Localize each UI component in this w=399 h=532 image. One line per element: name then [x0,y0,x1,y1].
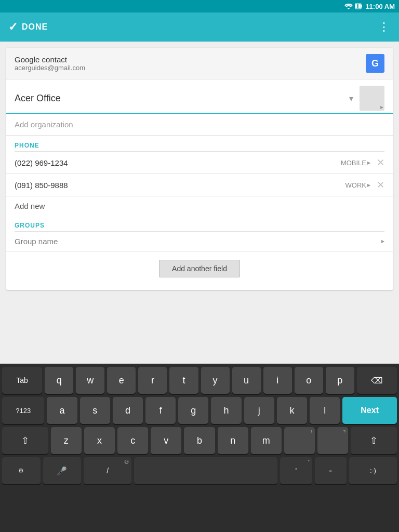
key-z[interactable]: z [51,427,82,454]
phone-section-label: PHONE [6,136,393,151]
numbers-key[interactable]: ?123 [2,397,44,424]
slash-key[interactable]: @ / [84,457,131,484]
account-name: Google contact [15,55,85,64]
key-n[interactable]: n [218,427,248,454]
add-org-label: Add organization [15,120,73,129]
done-button[interactable]: ✓ DONE [8,20,48,34]
quote-secondary: " [308,459,309,464]
group-dropdown-arrow[interactable]: ▶ [381,239,384,244]
phone-row-2: WORK ▶ ✕ [6,174,393,196]
phone-type-arrow-1: ▶ [367,161,370,165]
key-f[interactable]: f [145,397,176,424]
key-p[interactable]: p [326,367,354,394]
org-name-input[interactable] [15,93,343,104]
remove-phone-1-button[interactable]: ✕ [377,157,384,168]
keyboard-row-3: ⇧ z x c v b n m ! ? ⇧ [2,427,397,454]
phone-type-label-1: MOBILE [341,159,366,167]
wifi-icon [344,3,353,9]
keyboard-row-2: ?123 a s d f g h j k l Next [2,397,397,424]
key-o[interactable]: o [295,367,323,394]
next-key[interactable]: Next [342,397,397,424]
key-l[interactable]: l [310,397,340,424]
backspace-key[interactable]: ⌫ [357,367,397,394]
google-account-row: Google contact acerguides@gmail.com G [6,48,393,79]
checkmark-icon: ✓ [8,20,18,34]
keyboard: Tab q w e r t y u i o p ⌫ ?123 a s d f g… [0,364,399,532]
shift-right-key[interactable]: ⇧ [351,427,397,454]
shift-left-icon: ⇧ [21,435,29,446]
phone-type-1[interactable]: MOBILE ▶ [341,159,370,167]
org-name-row: ▾ [6,79,393,114]
dropdown-arrow-icon[interactable]: ▾ [349,94,353,103]
key-k[interactable]: k [277,397,307,424]
at-symbol: @ [124,459,129,464]
key-comma-period[interactable]: ? [317,427,348,454]
shift-left-key[interactable]: ⇧ [2,427,48,454]
battery-icon [355,3,362,9]
time-display: 11:00 AM [365,3,395,10]
remove-phone-2-button[interactable]: ✕ [377,179,384,191]
phone-type-2[interactable]: WORK ▶ [345,181,370,189]
key-i[interactable]: i [263,367,292,394]
key-y[interactable]: y [201,367,230,394]
add-new-label: Add new [15,202,45,210]
add-new-phone-button[interactable]: Add new [6,196,393,216]
mic-key[interactable]: 🎤 [43,457,82,484]
key-e[interactable]: e [107,367,136,394]
contact-form-card: Google contact acerguides@gmail.com G ▾ … [6,48,393,290]
avatar-placeholder[interactable] [360,86,384,111]
phone-number-2[interactable] [15,181,341,190]
key-b[interactable]: b [184,427,215,454]
phone-row-1: MOBILE ▶ ✕ [6,152,393,174]
key-secondary-question: ? [343,429,345,434]
mic-icon: 🎤 [57,466,67,476]
google-icon: G [366,54,384,73]
key-r[interactable]: r [138,367,167,394]
status-icons: 11:00 AM [344,3,395,10]
toolbar: ✓ DONE ⋮ [0,12,399,42]
status-bar: 11:00 AM [0,0,399,12]
settings-icon: ⚙ [18,467,24,474]
tab-key[interactable]: Tab [2,367,42,394]
keyboard-row-1: Tab q w e r t y u i o p ⌫ [2,367,397,394]
add-organization[interactable]: Add organization [6,114,393,136]
key-w[interactable]: w [76,367,104,394]
key-x[interactable]: x [84,427,115,454]
key-d[interactable]: d [113,397,143,424]
key-a[interactable]: a [47,397,77,424]
backspace-icon: ⌫ [371,376,383,385]
svg-rect-3 [357,4,358,8]
add-another-field-button[interactable]: Add another field [159,260,240,277]
key-excl[interactable]: ! [284,427,315,454]
phone-type-label-2: WORK [345,181,366,189]
phone-type-arrow-2: ▶ [367,183,370,188]
key-g[interactable]: g [178,397,208,424]
key-secondary-excl: ! [311,429,313,434]
done-label: DONE [22,22,48,32]
emoticon-key[interactable]: :-) [349,457,397,484]
keyboard-settings-key[interactable]: ⚙ [2,457,41,484]
keyboard-row-4: ⚙ 🎤 @ / " ' - :-) [2,457,397,484]
shift-right-icon: ⇧ [370,435,378,446]
key-h[interactable]: h [211,397,241,424]
key-t[interactable]: t [169,367,198,394]
key-v[interactable]: v [151,427,181,454]
account-info: Google contact acerguides@gmail.com [15,55,85,72]
account-email: acerguides@gmail.com [15,64,85,72]
key-j[interactable]: j [244,397,274,424]
svg-rect-1 [362,5,363,8]
spacebar-key[interactable] [134,457,277,484]
phone-number-1[interactable] [15,158,337,167]
overflow-menu-button[interactable]: ⋮ [378,20,391,34]
apostrophe-key[interactable]: " ' [280,457,312,484]
group-name-row: ▶ [6,232,393,251]
key-c[interactable]: c [117,427,148,454]
key-q[interactable]: q [45,367,73,394]
groups-section-label: GROUPS [6,216,393,231]
key-u[interactable]: u [232,367,261,394]
key-m[interactable]: m [251,427,282,454]
content-area: Google contact acerguides@gmail.com G ▾ … [0,42,399,364]
group-name-input[interactable] [15,237,381,246]
key-s[interactable]: s [80,397,110,424]
dash-key[interactable]: - [315,457,347,484]
